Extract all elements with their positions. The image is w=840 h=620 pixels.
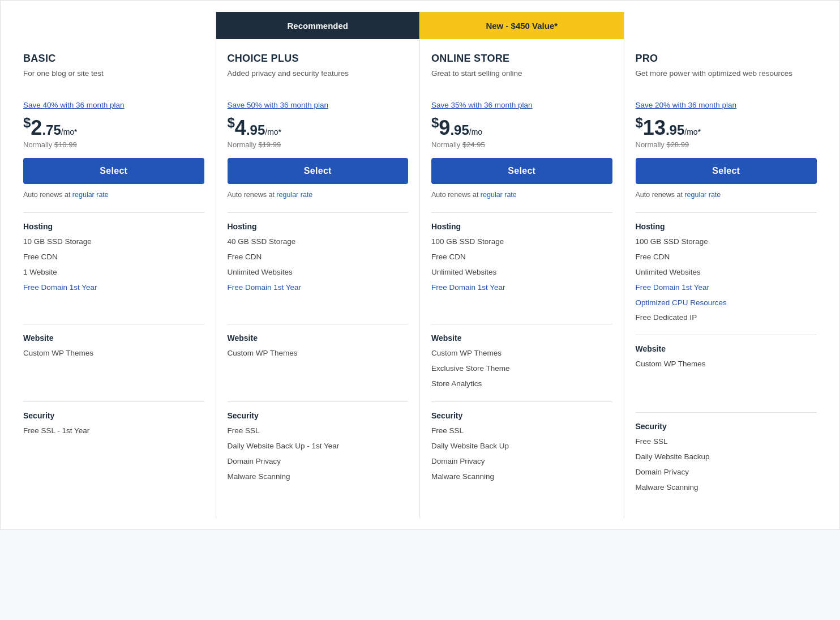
- website-title-choice-plus: Website: [228, 333, 409, 343]
- regular-rate-link-online-store[interactable]: regular rate: [481, 191, 517, 199]
- plan-col-choice-plus: RecommendedCHOICE PLUSAdded privacy and …: [216, 12, 421, 518]
- security-item-pro-1: Daily Website Backup: [636, 452, 817, 463]
- security-item-choice-plus-3: Malware Scanning: [228, 472, 409, 482]
- security-section-choice-plus: SecurityFree SSLDaily Website Back Up - …: [228, 411, 409, 482]
- plan-name-basic: BASIC: [23, 53, 204, 65]
- security-title-pro: Security: [636, 422, 817, 431]
- hosting-item-choice-plus-0: 40 GB SSD Storage: [228, 237, 409, 247]
- website-item-online-store-1: Exclusive Store Theme: [431, 364, 612, 374]
- plan-name-online-store: ONLINE STORE: [431, 53, 612, 65]
- plan-col-online-store: New - $450 Value*ONLINE STOREGreat to st…: [420, 12, 624, 518]
- plan-desc-pro: Get more power with optimized web resour…: [636, 68, 817, 91]
- plan-content-choice-plus: CHOICE PLUSAdded privacy and security fe…: [216, 39, 420, 507]
- price-main-pro: $13.95/mo*: [636, 116, 817, 138]
- divider-hosting-online-store: [431, 212, 612, 213]
- hosting-item-basic-3: Free Domain 1st Year: [23, 283, 204, 293]
- divider-hosting-pro: [636, 212, 817, 213]
- select-button-basic[interactable]: Select: [23, 158, 204, 184]
- hosting-item-choice-plus-2: Unlimited Websites: [228, 267, 409, 278]
- plan-content-basic: BASICFor one blog or site testSave 40% w…: [12, 39, 216, 461]
- divider-security-choice-plus: [228, 401, 409, 402]
- hosting-item-choice-plus-1: Free CDN: [228, 252, 409, 263]
- divider-website-pro: [636, 335, 817, 335]
- auto-renews-online-store: Auto renews at regular rate: [431, 191, 612, 199]
- hosting-item-pro-5: Free Dedicated IP: [636, 313, 817, 323]
- hosting-item-basic-0: 10 GB SSD Storage: [23, 237, 204, 247]
- website-title-pro: Website: [636, 344, 817, 353]
- select-button-pro[interactable]: Select: [636, 158, 817, 184]
- plan-content-online-store: ONLINE STOREGreat to start selling onlin…: [420, 39, 624, 507]
- hosting-item-online-store-1: Free CDN: [431, 252, 612, 263]
- plan-name-choice-plus: CHOICE PLUS: [228, 53, 409, 65]
- plan-desc-choice-plus: Added privacy and security features: [228, 68, 409, 91]
- divider-security-online-store: [431, 401, 612, 402]
- save-link-choice-plus[interactable]: Save 50% with 36 month plan: [228, 101, 409, 109]
- plans-grid: BASICFor one blog or site testSave 40% w…: [12, 12, 828, 518]
- price-normal-pro: Normally $28.99: [636, 140, 817, 149]
- save-link-pro[interactable]: Save 20% with 36 month plan: [636, 101, 817, 109]
- select-button-online-store[interactable]: Select: [431, 158, 612, 184]
- auto-renews-pro: Auto renews at regular rate: [636, 191, 817, 199]
- plan-badge-basic: [12, 12, 216, 39]
- auto-renews-choice-plus: Auto renews at regular rate: [228, 191, 409, 199]
- website-section-choice-plus: WebsiteCustom WP Themes: [228, 333, 409, 390]
- price-main-online-store: $9.95/mo: [431, 116, 612, 138]
- plan-desc-online-store: Great to start selling online: [431, 68, 612, 91]
- price-block-pro: $13.95/mo*: [636, 116, 817, 138]
- website-section-online-store: WebsiteCustom WP ThemesExclusive Store T…: [431, 333, 612, 390]
- website-item-online-store-0: Custom WP Themes: [431, 348, 612, 359]
- price-block-choice-plus: $4.95/mo*: [228, 116, 409, 138]
- hosting-item-online-store-2: Unlimited Websites: [431, 267, 612, 278]
- save-link-online-store[interactable]: Save 35% with 36 month plan: [431, 101, 612, 109]
- hosting-title-choice-plus: Hosting: [228, 222, 409, 231]
- plan-badge-pro: [624, 12, 829, 39]
- save-link-basic[interactable]: Save 40% with 36 month plan: [23, 101, 204, 109]
- security-item-choice-plus-2: Domain Privacy: [228, 456, 409, 467]
- select-button-choice-plus[interactable]: Select: [228, 158, 409, 184]
- hosting-item-choice-plus-3: Free Domain 1st Year: [228, 283, 409, 293]
- hosting-title-pro: Hosting: [636, 222, 817, 231]
- price-normal-online-store: Normally $24.95: [431, 140, 612, 149]
- plan-name-pro: PRO: [636, 53, 817, 65]
- security-item-online-store-2: Domain Privacy: [431, 456, 612, 467]
- security-item-online-store-0: Free SSL: [431, 426, 612, 437]
- hosting-item-pro-0: 100 GB SSD Storage: [636, 237, 817, 247]
- security-item-basic-0: Free SSL - 1st Year: [23, 426, 204, 437]
- website-section-basic: WebsiteCustom WP Themes: [23, 333, 204, 390]
- divider-hosting-choice-plus: [228, 212, 409, 213]
- price-normal-basic: Normally $10.99: [23, 140, 204, 149]
- divider-hosting-basic: [23, 212, 204, 213]
- website-title-basic: Website: [23, 333, 204, 343]
- security-item-online-store-3: Malware Scanning: [431, 472, 612, 482]
- hosting-title-online-store: Hosting: [431, 222, 612, 231]
- security-section-online-store: SecurityFree SSLDaily Website Back UpDom…: [431, 411, 612, 482]
- pricing-wrapper: BASICFor one blog or site testSave 40% w…: [0, 0, 840, 530]
- plan-badge-online-store: New - $450 Value*: [420, 12, 624, 39]
- plan-col-basic: BASICFor one blog or site testSave 40% w…: [12, 12, 216, 518]
- plan-content-pro: PROGet more power with optimized web res…: [624, 39, 829, 518]
- website-item-pro-0: Custom WP Themes: [636, 359, 817, 370]
- security-item-choice-plus-0: Free SSL: [228, 426, 409, 437]
- hosting-title-basic: Hosting: [23, 222, 204, 231]
- security-title-choice-plus: Security: [228, 411, 409, 420]
- hosting-item-pro-3: Free Domain 1st Year: [636, 283, 817, 293]
- divider-security-pro: [636, 412, 817, 413]
- hosting-section-online-store: Hosting100 GB SSD StorageFree CDNUnlimit…: [431, 222, 612, 313]
- security-section-pro: SecurityFree SSLDaily Website BackupDoma…: [636, 422, 817, 493]
- security-title-basic: Security: [23, 411, 204, 420]
- hosting-item-basic-2: 1 Website: [23, 267, 204, 278]
- security-item-online-store-1: Daily Website Back Up: [431, 441, 612, 452]
- price-block-basic: $2.75/mo*: [23, 116, 204, 138]
- regular-rate-link-pro[interactable]: regular rate: [684, 191, 721, 199]
- regular-rate-link-choice-plus[interactable]: regular rate: [276, 191, 312, 199]
- website-item-online-store-2: Store Analytics: [431, 379, 612, 390]
- hosting-item-pro-1: Free CDN: [636, 252, 817, 263]
- price-block-online-store: $9.95/mo: [431, 116, 612, 138]
- regular-rate-link-basic[interactable]: regular rate: [72, 191, 109, 199]
- price-main-choice-plus: $4.95/mo*: [228, 116, 409, 138]
- security-title-online-store: Security: [431, 411, 612, 420]
- hosting-item-pro-4: Optimized CPU Resources: [636, 298, 817, 309]
- hosting-section-pro: Hosting100 GB SSD StorageFree CDNUnlimit…: [636, 222, 817, 323]
- divider-website-online-store: [431, 324, 612, 324]
- website-item-choice-plus-0: Custom WP Themes: [228, 348, 409, 359]
